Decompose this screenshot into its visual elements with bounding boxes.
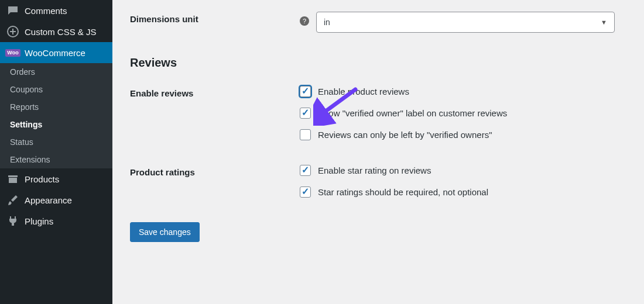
checkbox-enable-product-reviews: Enable product reviews (300, 86, 626, 97)
comment-icon (7, 5, 19, 16)
checkbox-only-verified: Reviews can only be left by "verified ow… (300, 129, 626, 140)
sidebar-item-appearance[interactable]: Appearance (0, 189, 112, 210)
sidebar-item-label: Plugins (25, 216, 53, 226)
verified-owner-checkbox[interactable] (300, 108, 311, 119)
checkbox-label[interactable]: Star ratings should be required, not opt… (318, 187, 488, 197)
chevron-down-icon: ▼ (601, 19, 607, 26)
sidebar-item-products[interactable]: Products (0, 168, 112, 189)
submenu-item-settings[interactable]: Settings (0, 116, 112, 133)
sidebar-item-label: Comments (25, 6, 67, 16)
checkbox-verified-owner: Show "verified owner" label on customer … (300, 108, 626, 119)
submenu-item-orders[interactable]: Orders (0, 63, 112, 81)
woo-icon: Woo (7, 47, 19, 58)
plug-icon (7, 215, 19, 227)
checkbox-label[interactable]: Enable product reviews (318, 87, 409, 96)
dimensions-row: Dimensions unit ? in ▼ (130, 12, 626, 33)
plus-circle-icon (7, 26, 19, 37)
product-ratings-label: Product ratings (130, 165, 300, 177)
reviews-heading: Reviews (130, 56, 626, 70)
sidebar-item-plugins[interactable]: Plugins (0, 210, 112, 232)
product-ratings-row: Product ratings Enable star rating on re… (130, 165, 626, 208)
sidebar-item-custom-css[interactable]: Custom CSS & JS (0, 21, 112, 42)
brush-icon (7, 194, 19, 206)
help-icon[interactable]: ? (300, 16, 309, 26)
submenu-item-reports[interactable]: Reports (0, 98, 112, 116)
sidebar-item-label: Products (25, 174, 59, 184)
checkbox-label[interactable]: Reviews can only be left by "verified ow… (318, 130, 492, 140)
submenu-item-coupons[interactable]: Coupons (0, 81, 112, 98)
enable-star-checkbox[interactable] (300, 165, 311, 176)
required-star-checkbox[interactable] (300, 186, 311, 198)
dimensions-select[interactable]: in ▼ (316, 12, 615, 33)
sidebar-item-label: WooCommerce (25, 48, 85, 58)
submenu-item-status[interactable]: Status (0, 133, 112, 151)
checkbox-required-star: Star ratings should be required, not opt… (300, 186, 626, 198)
sidebar-submenu: Orders Coupons Reports Settings Status E… (0, 63, 112, 168)
submenu-item-extensions[interactable]: Extensions (0, 151, 112, 168)
sidebar-item-label: Appearance (25, 195, 72, 205)
archive-icon (7, 173, 19, 185)
admin-sidebar: Comments Custom CSS & JS Woo WooCommerce… (0, 0, 112, 304)
enable-product-reviews-checkbox[interactable] (300, 86, 311, 97)
only-verified-checkbox[interactable] (300, 129, 311, 140)
sidebar-item-label: Custom CSS & JS (25, 27, 97, 37)
save-changes-button[interactable]: Save changes (130, 222, 200, 242)
checkbox-label[interactable]: Show "verified owner" label on customer … (318, 108, 507, 118)
sidebar-item-woocommerce[interactable]: Woo WooCommerce (0, 42, 112, 63)
enable-reviews-label: Enable reviews (130, 86, 300, 98)
select-value: in (324, 18, 330, 27)
settings-content: Dimensions unit ? in ▼ Reviews Enable re… (112, 0, 644, 304)
checkbox-label[interactable]: Enable star rating on reviews (318, 165, 431, 175)
checkbox-enable-star: Enable star rating on reviews (300, 165, 626, 176)
enable-reviews-row: Enable reviews Enable product reviews Sh… (130, 86, 626, 151)
sidebar-item-comments[interactable]: Comments (0, 0, 112, 21)
dimensions-label: Dimensions unit (130, 12, 300, 24)
